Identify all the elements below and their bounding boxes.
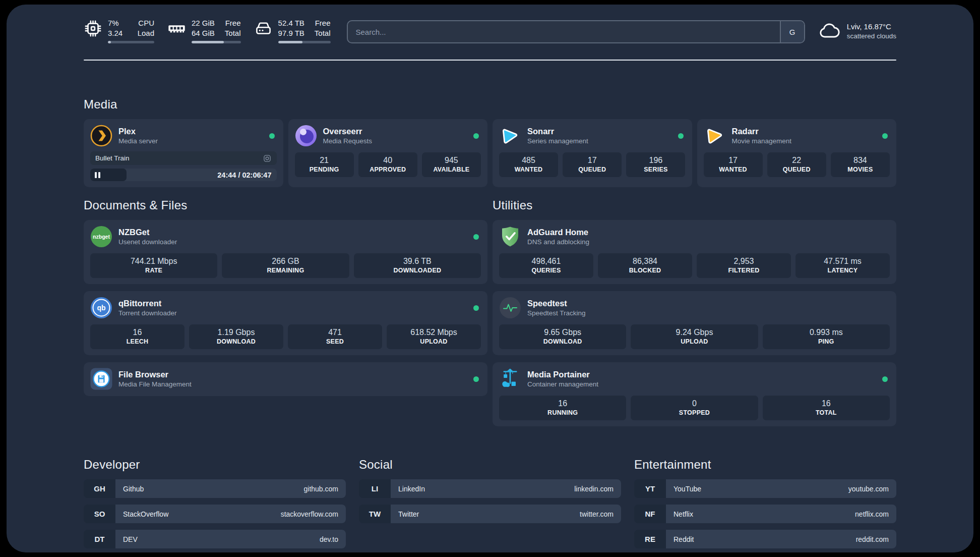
stat-ping: 0.993 msPING [763,324,890,349]
bookmark-group-social: SocialLILinkedInlinkedin.comTWTwittertwi… [359,458,621,548]
stat-value: 1.19 Gbps [190,328,282,337]
app-name: Media Portainer [527,370,598,379]
metric-progress-bar [278,41,331,43]
bookmark-url: stackoverflow.com [281,510,338,518]
search-input[interactable] [348,21,780,42]
stat-label: QUEUED [564,166,621,173]
stat-upload: 618.52 MbpsUPLOAD [387,324,481,349]
app-card-filebrowser[interactable]: File BrowserMedia File Management [84,362,487,396]
stat-label: PENDING [296,166,353,173]
stat-label: PING [764,338,889,345]
cpu-icon [84,19,102,38]
stat-label: TOTAL [764,409,889,416]
stat-value: 16 [91,328,183,337]
metric-label: Free [315,18,331,28]
bookmark-link-stackoverflow[interactable]: SOStackOverflowstackoverflow.com [84,505,346,523]
app-card-header: File BrowserMedia File Management [90,368,481,390]
pause-button[interactable] [95,172,100,178]
app-stats: 744.21 MbpsRATE266 GBREMAINING39.6 TBDOW… [90,253,481,278]
stat-download: 9.65 GbpsDOWNLOAD [499,324,626,349]
app-card-header: nzbgetNZBGetUsenet downloader [90,226,481,248]
stat-value: 498,461 [500,257,592,266]
stat-value: 2,953 [698,257,790,266]
stat-value: 0 [632,399,757,408]
bookmark-link-reddit[interactable]: RERedditreddit.com [634,530,896,548]
bookmark-link-youtube[interactable]: YTYouTubeyoutube.com [634,479,896,498]
stat-label: STOPPED [632,409,757,416]
bookmark-group-title: Entertainment [634,458,896,472]
app-card-qbittorrent[interactable]: qbqBittorrentTorrent downloader16LEECH1.… [84,291,487,355]
playback-progress-fill [90,169,127,181]
bookmark-url: reddit.com [856,535,889,543]
app-description: DNS and adblocking [527,238,589,246]
metric-label: CPU [138,18,154,28]
app-stats: 9.65 GbpsDOWNLOAD9.24 GbpsUPLOAD0.993 ms… [499,324,890,349]
app-card-nzbget[interactable]: nzbgetNZBGetUsenet downloader744.21 Mbps… [84,220,487,284]
stat-queued: 17QUEUED [563,152,622,177]
weather-widget: Lviv, 16.87°C scattered clouds [818,20,896,42]
speedtest-icon [499,297,521,319]
app-description: Movie management [732,137,792,145]
stat-queries: 498,461QUERIES [499,253,593,278]
stat-label: WANTED [500,166,557,173]
section-media: Media PlexMedia serverBullet Train24:44 … [84,97,896,187]
search-provider-button[interactable]: G [780,21,804,42]
app-card-adguard[interactable]: AdGuard HomeDNS and adblocking498,461QUE… [493,220,896,284]
bookmark-name: Twitter [398,510,419,518]
app-card-sonarr[interactable]: SonarrSeries management485WANTED17QUEUED… [493,119,692,187]
bookmark-url: github.com [304,485,338,493]
app-name: Radarr [732,127,792,136]
system-metric-widget: 52.4 TB97.9 TBFreeTotal [254,18,331,43]
bookmark-list: YTYouTubeyoutube.comNFNetflixnetflix.com… [634,479,896,548]
stat-wanted: 17WANTED [704,152,763,177]
metric-value: 3.24 [108,28,122,38]
bookmark-link-dev[interactable]: DTDEVdev.to [84,530,346,548]
app-card-speedtest[interactable]: SpeedtestSpeedtest Tracking9.65 GbpsDOWN… [493,291,896,355]
app-card-header: Media PortainerContainer management [499,368,890,390]
app-stats: 21PENDING40APPROVED945AVAILABLE [295,152,481,177]
bookmark-link-github[interactable]: GHGithubgithub.com [84,479,346,498]
stat-value: 17 [705,156,762,165]
bookmark-abbreviation: TW [359,505,391,523]
metric-label: Free [225,18,241,28]
topbar-divider [84,60,896,61]
stat-running: 16RUNNING [499,396,626,420]
stat-label: WANTED [705,166,762,173]
stat-label: RATE [91,267,216,274]
bookmark-link-twitter[interactable]: TWTwittertwitter.com [359,505,621,523]
section-documents: Documents & Files nzbgetNZBGetUsenet dow… [84,198,487,426]
plex-icon [90,125,112,147]
bookmark-link-linkedin[interactable]: LILinkedInlinkedin.com [359,479,621,498]
weather-text: Lviv, 16.87°C scattered clouds [847,22,896,40]
app-card-portainer[interactable]: Media PortainerContainer management16RUN… [493,362,896,426]
app-name: File Browser [118,370,192,379]
bookmark-abbreviation: YT [634,479,666,498]
app-description: Series management [527,137,588,145]
stat-stopped: 0STOPPED [631,396,758,420]
stat-label: UPLOAD [632,338,757,345]
stat-value: 471 [289,328,381,337]
stat-value: 16 [764,399,889,408]
stat-label: DOWNLOAD [500,338,625,345]
bookmark-abbreviation: NF [634,505,666,523]
app-stats: 16LEECH1.19 GbpsDOWNLOAD471SEED618.52 Mb… [90,324,481,349]
stat-blocked: 86,384BLOCKED [598,253,692,278]
stat-value: 618.52 Mbps [388,328,480,337]
stat-value: 9.24 Gbps [632,328,757,337]
metric-values: 7%3.24CPULoad [108,18,154,38]
app-description: Torrent downloader [118,309,177,317]
stat-label: SEED [289,338,381,345]
app-card-plex[interactable]: PlexMedia serverBullet Train24:44 / 02:0… [84,119,283,187]
status-dot-online [473,376,479,382]
system-metric-widget: 7%3.24CPULoad [84,18,154,43]
app-stats: 17WANTED22QUEUED834MOVIES [704,152,890,177]
stat-label: LEECH [91,338,183,345]
playback-progress-bar: 24:44 / 02:06:47 [90,169,277,181]
app-card-radarr[interactable]: RadarrMovie management17WANTED22QUEUED83… [697,119,897,187]
bookmark-url: netflix.com [855,510,889,518]
bookmark-name: YouTube [673,485,701,493]
stat-rate: 744.21 MbpsRATE [90,253,217,278]
app-card-overseerr[interactable]: OverseerrMedia Requests21PENDING40APPROV… [288,119,488,187]
bookmark-link-netflix[interactable]: NFNetflixnetflix.com [634,505,896,523]
bookmark-group-developer: DeveloperGHGithubgithub.comSOStackOverfl… [84,458,346,548]
